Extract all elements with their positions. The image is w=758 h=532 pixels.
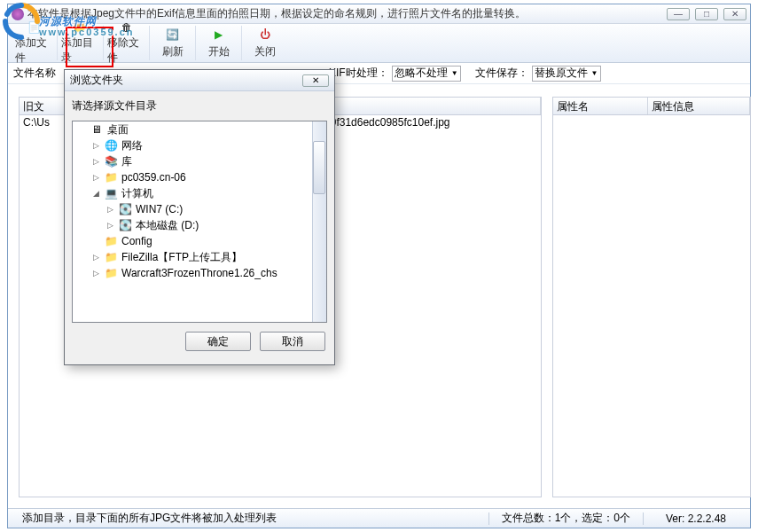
add-file-button[interactable]: 📄 添加文件	[12, 26, 58, 60]
dialog-title: 浏览文件夹	[70, 73, 302, 88]
close-button[interactable]: ✕	[723, 8, 746, 20]
expand-icon[interactable]: ▷	[92, 253, 100, 262]
chevron-down-icon: ▼	[591, 69, 598, 77]
cancel-button[interactable]: 取消	[260, 332, 325, 351]
play-icon: ▶	[211, 27, 227, 43]
maximize-button[interactable]: □	[695, 8, 718, 20]
dialog-titlebar[interactable]: 浏览文件夹 ✕	[65, 70, 334, 91]
tree-item-label: 计算机	[121, 186, 153, 201]
tree-item-label: Warcraft3FrozenThrone1.26_chs	[121, 267, 277, 279]
folder-icon: 💽	[118, 203, 132, 215]
save-select[interactable]: 替换原文件▼	[532, 66, 601, 82]
tree-item[interactable]: 🖥桌面	[73, 121, 326, 137]
tree-item-label: 本地磁盘 (D:)	[136, 218, 199, 233]
folder-icon: 📁	[104, 267, 118, 279]
tree-item-label: 桌面	[107, 122, 129, 137]
start-button[interactable]: ▶ 开始	[196, 26, 242, 60]
expand-icon[interactable]: ▷	[92, 173, 100, 182]
folder-icon: 💽	[118, 219, 132, 231]
tree-item-label: WIN7 (C:)	[136, 203, 183, 215]
dialog-instruction: 请选择源文件目录	[72, 98, 327, 113]
scrollbar[interactable]	[312, 121, 326, 322]
tree-item-label: Config	[121, 235, 152, 247]
app-icon	[12, 8, 24, 20]
refresh-icon: 🔄	[165, 27, 181, 43]
expand-icon[interactable]: ▷	[106, 205, 114, 214]
expand-icon[interactable]: ▷	[92, 141, 100, 150]
tree-item[interactable]: ▷💽WIN7 (C:)	[73, 201, 326, 217]
folder-open-icon: 📂	[73, 21, 89, 34]
tree-item[interactable]: ▷📚库	[73, 153, 326, 169]
tree-item[interactable]: ▷💽本地磁盘 (D:)	[73, 217, 326, 233]
folder-icon: 📁	[104, 171, 118, 184]
tree-item-label: 库	[121, 154, 132, 169]
toolbar: 📄 添加文件 📂 添加目录 🗑 移除文件 🔄 刷新 ▶ 开始 ⏻ 关闭	[8, 24, 750, 63]
expand-icon[interactable]: ▷	[92, 269, 100, 278]
browse-folder-dialog: 浏览文件夹 ✕ 请选择源文件目录 🖥桌面▷🌐网络▷📚库▷📁pc0359.cn-0…	[64, 69, 335, 365]
folder-icon: 📁	[104, 251, 118, 263]
filename-label: 文件名称	[13, 66, 56, 81]
folder-icon: 🌐	[104, 139, 118, 152]
tree-item-label: pc0359.cn-06	[121, 171, 186, 184]
exif-select[interactable]: 忽略不处理▼	[392, 66, 461, 82]
folder-tree[interactable]: 🖥桌面▷🌐网络▷📚库▷📁pc0359.cn-06◢💻计算机▷💽WIN7 (C:)…	[72, 121, 327, 323]
property-panel: 属性名 属性信息	[552, 97, 751, 497]
col-prop-value[interactable]: 属性信息	[648, 98, 750, 114]
scroll-thumb[interactable]	[313, 141, 325, 194]
exif-label: XIF时处理：	[329, 66, 388, 81]
app-close-button[interactable]: ⏻ 关闭	[242, 26, 288, 60]
tree-item[interactable]: 📁Config	[73, 233, 326, 249]
expand-icon[interactable]: ▷	[92, 157, 100, 166]
exit-icon: ⏻	[257, 27, 273, 43]
expand-icon[interactable]: ◢	[92, 189, 100, 198]
window-title: 本软件是根据Jpeg文件中的Exif信息里面的拍照日期，根据设定的命名规则，进行…	[27, 6, 667, 21]
ok-button[interactable]: 确定	[185, 332, 251, 351]
save-label: 文件保存：	[475, 66, 528, 81]
tree-item[interactable]: ▷📁Warcraft3FrozenThrone1.26_chs	[73, 265, 326, 281]
statusbar: 添加目录，目录下面的所有JPG文件将被加入处理列表 文件总数：1个，选定：0个 …	[8, 508, 750, 528]
status-text: 添加目录，目录下面的所有JPG文件将被加入处理列表	[13, 511, 485, 526]
tree-item[interactable]: ◢💻计算机	[73, 185, 326, 201]
folder-icon: 💻	[104, 187, 118, 200]
tree-item[interactable]: ▷🌐网络	[73, 137, 326, 153]
expand-icon[interactable]: ▷	[106, 221, 114, 230]
refresh-button[interactable]: 🔄 刷新	[150, 26, 196, 60]
tree-item-label: FileZilla【FTP上传工具】	[121, 250, 242, 265]
folder-icon: 📁	[104, 235, 118, 247]
tree-item-label: 网络	[121, 138, 143, 153]
add-file-icon: 📄	[27, 21, 43, 34]
remove-button[interactable]: 🗑 移除文件	[104, 26, 150, 60]
add-dir-button[interactable]: 📂 添加目录	[58, 26, 104, 60]
folder-icon: 📚	[104, 155, 118, 168]
remove-icon: 🗑	[119, 21, 135, 34]
folder-icon: 🖥	[90, 123, 104, 136]
tree-item[interactable]: ▷📁FileZilla【FTP上传工具】	[73, 249, 326, 265]
status-version: Ver: 2.2.2.48	[647, 512, 745, 525]
dialog-close-button[interactable]: ✕	[302, 74, 329, 87]
minimize-button[interactable]: —	[667, 8, 690, 20]
col-prop-name[interactable]: 属性名	[553, 98, 648, 114]
chevron-down-icon: ▼	[451, 69, 458, 77]
tree-item[interactable]: ▷📁pc0359.cn-06	[73, 169, 326, 185]
status-counts: 文件总数：1个，选定：0个	[493, 511, 639, 526]
